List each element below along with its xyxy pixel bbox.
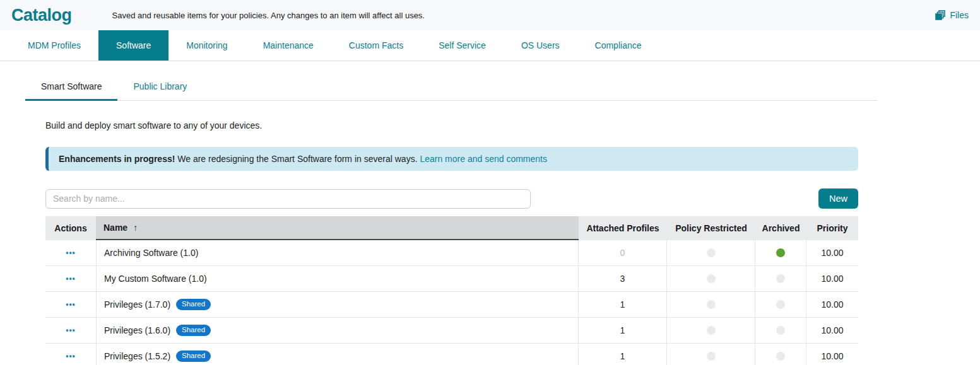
name-cell: Privileges (1.7.0)Shared	[96, 292, 579, 317]
name-cell: My Custom Software (1.0)	[96, 266, 579, 291]
row-name: Privileges (1.7.0)	[104, 299, 170, 310]
table-row: •••My Custom Software (1.0)310.00	[45, 266, 858, 292]
tab-software[interactable]: Software	[98, 30, 168, 61]
row-actions-button[interactable]: •••	[62, 323, 80, 337]
archived-status-dot	[776, 274, 785, 283]
tab-os-users[interactable]: OS Users	[504, 30, 577, 61]
new-button[interactable]: New	[818, 188, 858, 209]
tab-bar: MDM ProfilesSoftwareMonitoringMaintenanc…	[0, 30, 980, 61]
tab-monitoring[interactable]: Monitoring	[168, 30, 245, 61]
tab-custom-facts[interactable]: Custom Facts	[331, 30, 421, 61]
policy-restricted-dot	[707, 326, 716, 335]
policy-restricted-cell	[667, 292, 755, 317]
attached-profiles-value: 0	[579, 240, 667, 265]
archived-cell	[755, 344, 806, 365]
table-row: •••Privileges (1.7.0)Shared110.00	[45, 292, 858, 318]
priority-value: 10.00	[806, 240, 858, 265]
row-actions-button[interactable]: •••	[62, 272, 80, 286]
page-subtitle: Saved and reusable items for your polici…	[112, 11, 425, 20]
priority-value: 10.00	[806, 292, 858, 317]
files-label: Files	[950, 10, 969, 20]
column-header-name[interactable]: Name ↑	[96, 216, 579, 240]
priority-value: 10.00	[806, 344, 858, 365]
attached-profiles-value: 1	[579, 344, 667, 365]
policy-restricted-dot	[707, 248, 716, 257]
content-area: Build and deploy smart software to any o…	[45, 120, 858, 365]
info-banner: Enhancements in progress! We are redesig…	[45, 147, 858, 171]
tab-self-service[interactable]: Self Service	[421, 30, 504, 61]
priority-value: 10.00	[806, 266, 858, 291]
sort-ascending-icon: ↑	[133, 223, 138, 233]
tab-mdm-profiles[interactable]: MDM Profiles	[10, 30, 98, 61]
row-name: Privileges (1.5.2)	[104, 351, 170, 361]
archived-status-dot	[776, 248, 785, 257]
subtab-smart-software[interactable]: Smart Software	[25, 72, 117, 100]
files-stack-icon	[935, 9, 946, 21]
policy-restricted-cell	[667, 344, 755, 365]
column-header-priority: Priority	[806, 216, 858, 240]
tab-compliance[interactable]: Compliance	[577, 30, 659, 61]
actions-cell: •••	[45, 344, 96, 365]
archived-cell	[755, 240, 806, 265]
shared-badge: Shared	[176, 299, 211, 311]
column-header-actions: Actions	[45, 216, 96, 240]
priority-value: 10.00	[806, 318, 858, 343]
shared-badge: Shared	[176, 325, 211, 337]
search-row: New	[45, 188, 858, 209]
archived-cell	[755, 318, 806, 343]
table-row: •••Archiving Software (1.0)010.00	[45, 240, 858, 266]
name-cell: Privileges (1.5.2)Shared	[96, 344, 579, 365]
column-header-attached-profiles: Attached Profiles	[579, 216, 667, 240]
table-body: •••Archiving Software (1.0)010.00•••My C…	[45, 240, 858, 365]
archived-cell	[755, 292, 806, 317]
page-title: Catalog	[11, 6, 72, 25]
subtab-public-library[interactable]: Public Library	[117, 72, 203, 100]
policy-restricted-cell	[667, 318, 755, 343]
section-description: Build and deploy smart software to any o…	[45, 120, 858, 130]
software-table: Actions Name ↑ Attached Profiles Policy …	[45, 216, 858, 365]
name-cell: Privileges (1.6.0)Shared	[96, 318, 579, 343]
actions-cell: •••	[45, 266, 96, 291]
row-name: Archiving Software (1.0)	[104, 248, 198, 258]
row-actions-button[interactable]: •••	[62, 298, 80, 311]
policy-restricted-cell	[667, 266, 755, 291]
actions-cell: •••	[45, 318, 96, 343]
search-input[interactable]	[45, 189, 531, 209]
table-header: Actions Name ↑ Attached Profiles Policy …	[45, 216, 858, 240]
column-header-policy-restricted: Policy Restricted	[667, 216, 755, 240]
actions-cell: •••	[45, 292, 96, 317]
actions-cell: •••	[45, 240, 96, 265]
archived-status-dot	[776, 326, 785, 335]
files-link[interactable]: Files	[935, 9, 969, 21]
policy-restricted-dot	[707, 274, 716, 283]
column-header-archived: Archived	[755, 216, 806, 240]
table-row: •••Privileges (1.5.2)Shared110.00	[45, 344, 858, 365]
attached-profiles-value: 3	[579, 266, 667, 291]
policy-restricted-dot	[707, 352, 716, 361]
tab-maintenance[interactable]: Maintenance	[245, 30, 331, 61]
row-actions-button[interactable]: •••	[62, 246, 80, 260]
shared-badge: Shared	[176, 351, 211, 362]
banner-bold-text: Enhancements in progress!	[59, 154, 175, 164]
row-name: My Custom Software (1.0)	[104, 274, 207, 284]
page-header: Catalog Saved and reusable items for you…	[0, 0, 980, 30]
archived-status-dot	[776, 352, 785, 361]
table-row: •••Privileges (1.6.0)Shared110.00	[45, 318, 858, 344]
attached-profiles-value: 1	[579, 318, 667, 343]
banner-link[interactable]: Learn more and send comments	[420, 154, 547, 164]
policy-restricted-cell	[667, 240, 755, 265]
policy-restricted-dot	[707, 300, 716, 309]
row-actions-button[interactable]: •••	[62, 349, 80, 363]
banner-text: We are redesigning the Smart Software fo…	[175, 154, 420, 164]
attached-profiles-value: 1	[579, 292, 667, 317]
subtab-bar: Smart SoftwarePublic Library	[25, 72, 877, 101]
archived-cell	[755, 266, 806, 291]
name-cell: Archiving Software (1.0)	[96, 240, 579, 265]
archived-status-dot	[776, 300, 785, 309]
row-name: Privileges (1.6.0)	[104, 325, 170, 335]
